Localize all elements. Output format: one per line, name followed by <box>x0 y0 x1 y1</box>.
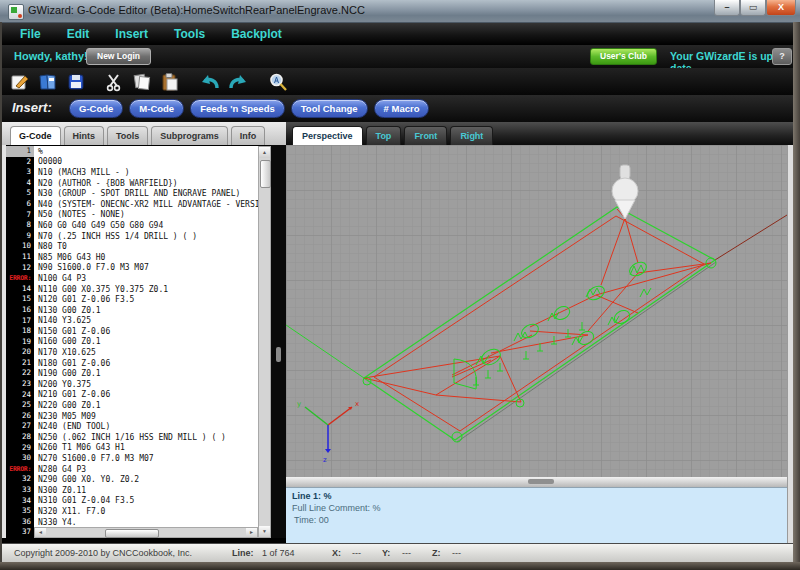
tab-perspective[interactable]: Perspective <box>292 126 363 145</box>
menu-backplot[interactable]: Backplot <box>231 27 282 41</box>
code-text: N10 (MACH3 MILL - ) <box>34 168 130 177</box>
code-vertical-scrollbar[interactable]: ▲ ▼ <box>258 146 271 538</box>
app-icon <box>8 4 24 20</box>
code-line[interactable]: 18N150 G01 Z-0.06 <box>6 326 258 337</box>
insert-tool-change-button[interactable]: Tool Change <box>291 99 368 118</box>
paste-icon[interactable] <box>158 70 182 94</box>
scroll-left-icon[interactable]: ◄ <box>35 528 46 537</box>
code-text: N160 G00 Z0.1 <box>34 337 101 346</box>
code-line[interactable]: 17N140 Y3.625 <box>6 316 258 327</box>
backplot-canvas[interactable]: x y z <box>286 145 787 477</box>
menu-insert[interactable]: Insert <box>115 27 148 41</box>
code-line[interactable]: 33N300 Z0.11 <box>6 485 258 496</box>
horizontal-scroll-thumb[interactable] <box>105 529 159 538</box>
insert-gcode-button[interactable]: G-Code <box>69 99 123 118</box>
code-line[interactable]: 15N120 G01 Z-0.06 F3.5 <box>6 294 258 305</box>
code-line[interactable]: 34N310 G01 Z-0.04 F3.5 <box>6 496 258 507</box>
code-line[interactable]: 32N290 G00 X0. Y0. Z0.2 <box>6 474 258 485</box>
help-button[interactable]: ? <box>772 48 792 65</box>
code-line[interactable]: 1% <box>6 146 258 157</box>
splitter-grip[interactable] <box>528 479 554 484</box>
code-line[interactable]: 29N260 T1 M06 G43 H1 <box>6 443 258 454</box>
code-line[interactable]: 4N20 (AUTHOR - {BOB WARFIELD}) <box>6 178 258 189</box>
cut-icon[interactable] <box>102 70 126 94</box>
tab-right[interactable]: Right <box>450 126 493 145</box>
toolbar <box>2 68 793 95</box>
copy-icon[interactable] <box>130 70 154 94</box>
line-error-gutter: ERROR: <box>6 464 34 475</box>
scroll-up-icon[interactable]: ▲ <box>259 147 270 158</box>
code-line[interactable]: 12N90 S1600.0 F7.0 M3 M07 <box>6 263 258 274</box>
menu-file[interactable]: File <box>20 27 41 41</box>
tab-hints[interactable]: Hints <box>64 126 105 145</box>
code-line[interactable]: 7N50 (NOTES - NONE) <box>6 210 258 221</box>
tab-info[interactable]: Info <box>231 126 266 145</box>
code-line[interactable]: 28N250 (.062 INCH 1/16 HSS END MILL ) ( … <box>6 432 258 443</box>
insert-feeds-speeds-button[interactable]: Feeds 'n Speeds <box>190 99 285 118</box>
panel-divider-grip[interactable] <box>276 347 281 362</box>
code-line[interactable]: 14N110 G00 X0.375 Y0.375 Z0.1 <box>6 284 258 295</box>
menu-edit[interactable]: Edit <box>67 27 90 41</box>
code-line[interactable]: 9N70 (.25 INCH HSS 1/4 DRILL ) ( ) <box>6 231 258 242</box>
code-line[interactable]: 35N320 X11. F7.0 <box>6 506 258 517</box>
line-number-gutter: 30 <box>6 453 34 464</box>
maximize-button[interactable]: ▭ <box>740 0 766 16</box>
code-line[interactable]: 8N60 G0 G40 G49 G50 G80 G94 <box>6 220 258 231</box>
code-text: N220 G00 Z0.1 <box>34 401 101 410</box>
code-line[interactable]: 26N230 M05 M09 <box>6 411 258 422</box>
open-file-icon[interactable] <box>36 70 60 94</box>
tab-top[interactable]: Top <box>366 126 402 145</box>
code-line[interactable]: 3N10 (MACH3 MILL - ) <box>6 167 258 178</box>
scroll-down-icon[interactable]: ▼ <box>259 526 270 537</box>
vertical-scroll-thumb[interactable] <box>260 160 271 188</box>
title-bar[interactable]: GWizard: G-Code Editor (Beta):HomeSwitch… <box>0 0 800 23</box>
code-line[interactable]: 6N40 (SYSTEM- ONECNC-XR2 MILL ADVANTAGE … <box>6 199 258 210</box>
code-line[interactable]: 10N80 T0 <box>6 241 258 252</box>
view-tab-strip: Perspective Top Front Right <box>286 122 793 145</box>
undo-icon[interactable] <box>198 70 222 94</box>
code-line[interactable]: 20N170 X10.625 <box>6 347 258 358</box>
code-line[interactable]: 5N30 (GROUP - SPOT DRILL AND ENGRAVE PAN… <box>6 188 258 199</box>
code-line[interactable]: 21N180 G01 Z-0.06 <box>6 358 258 369</box>
line-number-gutter: 19 <box>6 337 34 348</box>
line-number-gutter: 14 <box>6 284 34 295</box>
minimize-button[interactable]: – <box>714 0 740 16</box>
tab-gcode[interactable]: G-Code <box>10 126 61 145</box>
code-line[interactable]: 25N220 G00 Z0.1 <box>6 400 258 411</box>
code-text: N190 G00 Z0.1 <box>34 369 101 378</box>
search-icon[interactable] <box>266 70 290 94</box>
redo-icon[interactable] <box>226 70 250 94</box>
menu-tools[interactable]: Tools <box>174 27 205 41</box>
line-number-gutter: 17 <box>6 316 34 327</box>
code-line[interactable]: 27N240 (END TOOL) <box>6 421 258 432</box>
line-info-panel: Line 1: % Full Line Comment: % Time: 00 <box>286 487 787 543</box>
tab-front[interactable]: Front <box>404 126 447 145</box>
insert-mcode-button[interactable]: M-Code <box>129 99 184 118</box>
new-login-button[interactable]: New Login <box>86 48 151 65</box>
status-line-label: Line: <box>232 548 254 558</box>
code-line[interactable]: 30N270 S1600.0 F7.0 M3 M07 <box>6 453 258 464</box>
code-line[interactable]: 22N190 G00 Z0.1 <box>6 368 258 379</box>
code-text: N280 G4 P3 <box>34 465 86 474</box>
code-line[interactable]: ERROR:N280 G4 P3 <box>6 464 258 475</box>
code-line[interactable]: 24N210 G01 Z-0.06 <box>6 390 258 401</box>
scroll-right-icon[interactable]: ► <box>246 528 257 537</box>
tab-subprograms[interactable]: Subprograms <box>151 126 228 145</box>
panel-divider[interactable] <box>271 145 286 538</box>
insert-macro-button[interactable]: # Macro <box>374 99 430 118</box>
code-line[interactable]: 36N330 Y4. <box>6 517 258 528</box>
code-line[interactable]: 19N160 G00 Z0.1 <box>6 337 258 348</box>
code-line[interactable]: ERROR:N100 G4 P3 <box>6 273 258 284</box>
tab-tools[interactable]: Tools <box>107 126 148 145</box>
code-line[interactable]: 16N130 G00 Z0.1 <box>6 305 258 316</box>
save-file-icon[interactable] <box>64 70 88 94</box>
users-club-button[interactable]: User's Club <box>590 48 657 65</box>
code-line[interactable]: 23N200 Y0.375 <box>6 379 258 390</box>
code-text: N100 G4 P3 <box>34 274 86 283</box>
close-button[interactable]: X <box>766 0 796 16</box>
code-horizontal-scrollbar[interactable]: ◄ ► <box>34 527 258 538</box>
code-line[interactable]: 2O0000 <box>6 157 258 168</box>
code-text: N250 (.062 INCH 1/16 HSS END MILL ) ( ) <box>34 433 226 442</box>
code-line[interactable]: 11N85 M06 G43 H0 <box>6 252 258 263</box>
new-file-icon[interactable] <box>8 70 32 94</box>
